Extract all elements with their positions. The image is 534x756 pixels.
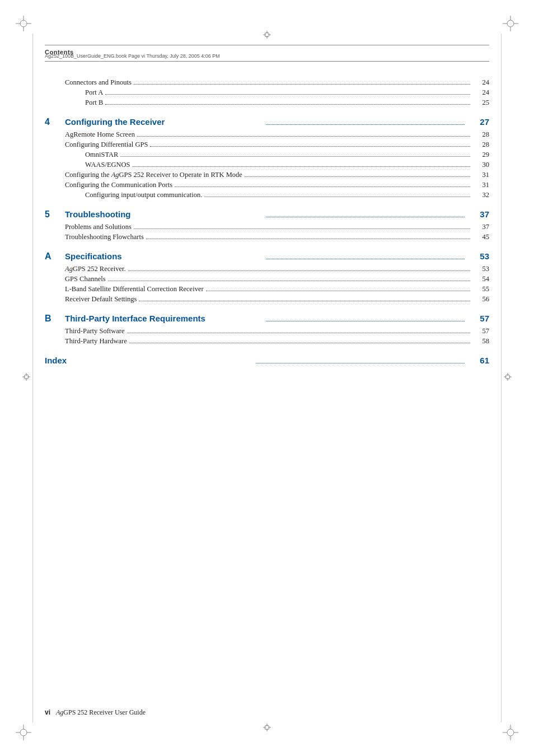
toc-dots-omnistar (120, 156, 470, 157)
toc-chapter-5-page: 37 (467, 209, 489, 219)
toc-appendix-b-num: B (45, 314, 65, 324)
toc-page-omnistar: 29 (472, 151, 489, 159)
toc-label-connectors: Connectors and Pinouts (65, 78, 132, 87)
svg-point-10 (20, 729, 27, 736)
toc-dots-porta (105, 94, 470, 95)
toc-entry-porta: Port A 24 (45, 88, 489, 97)
toc-page-lband: 55 (472, 285, 489, 293)
toc-dots-lband (206, 291, 470, 291)
toc-dots-config-diff-gps (150, 146, 470, 147)
toc-page-comm-ports: 31 (472, 181, 489, 189)
toc-page-portb: 25 (472, 99, 489, 107)
toc-chapter-4-row: 4 Configuring the Receiver 27 (45, 117, 489, 127)
toc-chapter-4-num: 4 (45, 117, 65, 127)
toc-entry-defaults: Receiver Default Settings 56 (45, 295, 489, 304)
toc-entry-comm-ports: Configuring the Communication Ports 31 (45, 181, 489, 189)
footer-page-num: vi (45, 708, 50, 716)
svg-point-15 (507, 729, 514, 736)
toc-label-agps252: AgGPS 252 Receiver. (65, 265, 126, 273)
toc-chapter-4: 4 Configuring the Receiver 27 AgRemote H… (45, 117, 489, 199)
toc-chapter-5: 5 Troubleshooting 37 Problems and Soluti… (45, 209, 489, 241)
mid-mark-top-center (263, 31, 271, 41)
toc-index-row: Index 61 (45, 356, 489, 365)
toc-label-flowcharts: Troubleshooting Flowcharts (65, 233, 144, 241)
toc-index-dots (256, 363, 465, 363)
toc-label-portb: Port B (85, 99, 103, 107)
toc-content: Connectors and Pinouts 24 Port A 24 Port… (45, 78, 489, 689)
mid-mark-bottom-center (263, 724, 271, 734)
mid-mark-left (22, 373, 30, 383)
toc-appendix-a-page: 53 (467, 251, 489, 261)
toc-label-lband: L-Band Satellite Differential Correction… (65, 285, 204, 293)
toc-dots-comm-ports (175, 186, 470, 187)
toc-label-porta: Port A (85, 88, 103, 97)
toc-chapter-4-title: Configuring the Receiver (65, 117, 264, 127)
side-line-right (501, 34, 502, 722)
toc-page-tp-software: 57 (472, 327, 489, 335)
toc-page-rtk: 31 (472, 171, 489, 179)
toc-page-config-diff-gps: 28 (472, 141, 489, 149)
toc-label-tp-hardware: Third-Party Hardware (65, 337, 127, 346)
toc-page-io-comm: 32 (472, 191, 489, 199)
toc-label-agremote: AgRemote Home Screen (65, 130, 135, 139)
toc-dots-agremote (137, 136, 470, 137)
footer-book-title: AgGPS 252 Receiver User Guide (56, 708, 146, 717)
toc-entry-waas: WAAS/EGNOS 30 (45, 161, 489, 169)
toc-entry-problems: Problems and Solutions 37 (45, 223, 489, 231)
toc-entry-gps-channels: GPS Channels 54 (45, 275, 489, 283)
toc-entry-tp-software: Third-Party Software 57 (45, 327, 489, 335)
toc-dots-defaults (139, 301, 470, 301)
toc-page-flowcharts: 45 (472, 233, 489, 241)
toc-pre-section: Connectors and Pinouts 24 Port A 24 Port… (45, 78, 489, 107)
toc-entry-io-comm: Configuring input/output communication. … (45, 191, 489, 199)
toc-page-tp-hardware: 58 (472, 337, 489, 346)
toc-chapter-4-dots (266, 124, 465, 125)
toc-appendix-b-title: Third-Party Interface Requirements (65, 314, 264, 323)
toc-chapter-4-page: 27 (467, 117, 489, 127)
toc-page-connectors: 24 (472, 78, 489, 87)
toc-label-rtk: Configuring the AgGPS 252 Receiver to Op… (65, 171, 242, 179)
toc-chapter-5-num: 5 (45, 209, 65, 220)
toc-page-waas: 30 (472, 161, 489, 169)
toc-dots-gps-channels (108, 281, 470, 281)
toc-dots-connectors (134, 84, 470, 85)
toc-appendix-a-row: A Specifications 53 (45, 251, 489, 262)
mid-mark-right (504, 373, 512, 383)
toc-index-title: Index (45, 356, 254, 365)
toc-dots-portb (105, 104, 470, 105)
toc-label-tp-software: Third-Party Software (65, 327, 125, 335)
toc-appendix-a-dots (266, 259, 465, 259)
toc-appendix-a-title: Specifications (65, 251, 264, 261)
toc-page-agremote: 28 (472, 130, 489, 139)
toc-label-waas: WAAS/EGNOS (85, 161, 130, 169)
toc-entry-flowcharts: Troubleshooting Flowcharts 45 (45, 233, 489, 241)
toc-dots-tp-software (127, 333, 470, 333)
toc-label-defaults: Receiver Default Settings (65, 295, 137, 304)
toc-entry-agremote: AgRemote Home Screen 28 (45, 130, 489, 139)
toc-dots-io-comm (204, 197, 470, 197)
toc-dots-rtk (245, 176, 470, 177)
corner-mark-bl (16, 725, 31, 740)
svg-point-5 (507, 20, 514, 27)
toc-chapter-5-title: Troubleshooting (65, 209, 264, 219)
svg-point-0 (20, 20, 27, 27)
toc-appendix-b: B Third-Party Interface Requirements 57 … (45, 314, 489, 346)
toc-page-porta: 24 (472, 88, 489, 97)
toc-appendix-a: A Specifications 53 AgGPS 252 Receiver. … (45, 251, 489, 304)
toc-entry-rtk: Configuring the AgGPS 252 Receiver to Op… (45, 171, 489, 179)
side-line-left (32, 34, 33, 722)
toc-label-omnistar: OmniSTAR (85, 151, 118, 159)
toc-label-config-diff-gps: Configuring Differential GPS (65, 141, 148, 149)
toc-index-page: 61 (467, 356, 489, 365)
toc-dots-agps252 (128, 270, 470, 271)
toc-label-io-comm: Configuring input/output communication. (85, 191, 202, 199)
toc-appendix-b-row: B Third-Party Interface Requirements 57 (45, 314, 489, 324)
toc-appendix-a-num: A (45, 251, 65, 262)
toc-entry-config-diff-gps: Configuring Differential GPS 28 (45, 141, 489, 149)
toc-label-gps-channels: GPS Channels (65, 275, 106, 283)
corner-mark-br (503, 725, 518, 740)
toc-dots-tp-hardware (129, 343, 470, 343)
toc-page-problems: 37 (472, 223, 489, 231)
toc-page-gps-channels: 54 (472, 275, 489, 283)
toc-page-defaults: 56 (472, 295, 489, 304)
